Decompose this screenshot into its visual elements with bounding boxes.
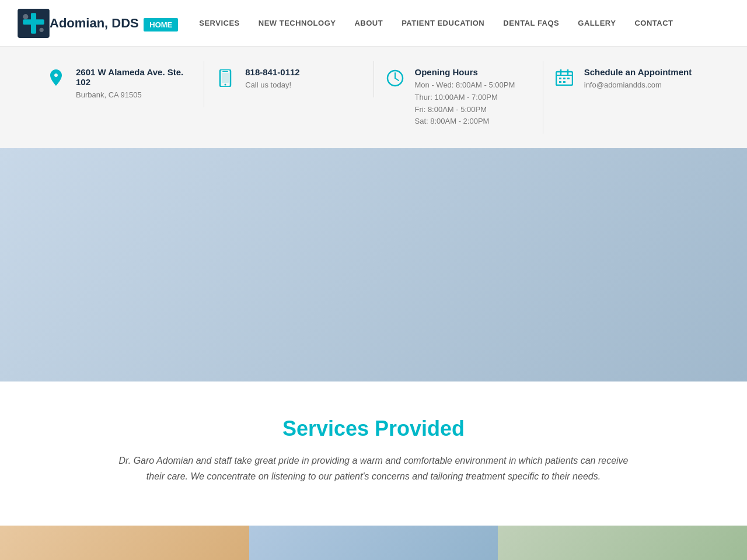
nav-item-new-technology[interactable]: NEW TECHNOLOGY xyxy=(249,2,345,44)
svg-rect-19 xyxy=(559,81,561,83)
svg-rect-16 xyxy=(559,78,561,79)
nav-link-dental-faqs[interactable]: DENTAL FAQS xyxy=(494,2,568,44)
service-card-1[interactable] xyxy=(0,526,249,560)
phone-icon xyxy=(216,69,235,91)
hours-mon-wed: Mon - Wed: 8:00AM - 5:00PM xyxy=(415,79,515,92)
hours-title: Opening Hours xyxy=(415,67,515,77)
nav-links: SERVICES NEW TECHNOLOGY ABOUT PATIENT ED… xyxy=(190,2,682,44)
hours-content: Opening Hours Mon - Wed: 8:00AM - 5:00PM… xyxy=(415,67,515,128)
navbar: Adomian, DDS HOME SERVICES NEW TECHNOLOG… xyxy=(0,0,747,47)
location-icon xyxy=(47,69,65,92)
phone-number: 818-841-0112 xyxy=(245,67,299,77)
address-line2: Burbank, CA 91505 xyxy=(76,89,192,102)
appointment-email: info@adomiandds.com xyxy=(584,79,692,92)
svg-rect-6 xyxy=(222,71,228,72)
appointment-content: Schedule an Appointment info@adomiandds.… xyxy=(584,67,692,92)
services-section: Services Provided Dr. Garo Adomian and s… xyxy=(0,382,747,525)
nav-link-about[interactable]: ABOUT xyxy=(345,2,392,44)
info-phone: 818-841-0112 Call us today! xyxy=(204,61,374,97)
svg-rect-8 xyxy=(222,73,229,83)
svg-rect-20 xyxy=(563,81,566,83)
nav-item-gallery[interactable]: GALLERY xyxy=(568,2,625,44)
svg-line-11 xyxy=(395,78,399,80)
info-bar: 2601 W Alameda Ave. Ste. 102 Burbank, CA… xyxy=(0,47,747,148)
phone-subtitle: Call us today! xyxy=(245,79,299,92)
nav-item-about[interactable]: ABOUT xyxy=(345,2,392,44)
svg-point-3 xyxy=(23,14,28,19)
services-description: Dr. Garo Adomian and staff take great pr… xyxy=(111,453,636,484)
phone-content: 818-841-0112 Call us today! xyxy=(245,67,299,92)
hours-sat: Sat: 8:00AM - 2:00PM xyxy=(415,116,515,128)
svg-rect-17 xyxy=(563,78,566,79)
calendar-icon xyxy=(555,69,574,90)
nav-link-new-technology[interactable]: NEW TECHNOLOGY xyxy=(249,2,345,44)
svg-rect-18 xyxy=(567,78,570,79)
svg-rect-2 xyxy=(23,19,44,24)
nav-item-dental-faqs[interactable]: DENTAL FAQS xyxy=(494,2,568,44)
hours-fri: Fri: 8:00AM - 5:00PM xyxy=(415,104,515,116)
service-card-2[interactable] xyxy=(249,526,498,560)
nav-item-patient-education[interactable]: PATIENT EDUCATION xyxy=(392,2,494,44)
address-line1: 2601 W Alameda Ave. Ste. 102 xyxy=(76,67,192,87)
clock-icon xyxy=(386,69,404,91)
nav-item-contact[interactable]: CONTACT xyxy=(625,2,682,44)
hero-area xyxy=(0,148,747,382)
service-card-3[interactable] xyxy=(498,526,747,560)
address-content: 2601 W Alameda Ave. Ste. 102 Burbank, CA… xyxy=(76,67,192,102)
nav-item-services[interactable]: SERVICES xyxy=(190,2,249,44)
info-hours: Opening Hours Mon - Wed: 8:00AM - 5:00PM… xyxy=(374,61,543,134)
svg-point-4 xyxy=(40,27,44,32)
logo-text: Adomian, DDS HOME xyxy=(50,16,178,31)
logo[interactable]: Adomian, DDS HOME xyxy=(18,9,178,38)
service-cards-row xyxy=(0,526,747,560)
nav-link-services[interactable]: SERVICES xyxy=(190,2,249,44)
appointment-title: Schedule an Appointment xyxy=(584,67,692,77)
nav-link-patient-education[interactable]: PATIENT EDUCATION xyxy=(392,2,494,44)
info-address: 2601 W Alameda Ave. Ste. 102 Burbank, CA… xyxy=(35,61,204,107)
info-appointment: Schedule an Appointment info@adomiandds.… xyxy=(543,61,712,97)
services-heading: Services Provided xyxy=(18,416,729,441)
hours-thur: Thur: 10:00AM - 7:00PM xyxy=(415,92,515,104)
nav-link-gallery[interactable]: GALLERY xyxy=(568,2,625,44)
svg-point-7 xyxy=(225,84,226,86)
home-badge: HOME xyxy=(144,18,178,32)
logo-icon xyxy=(18,9,50,38)
nav-link-contact[interactable]: CONTACT xyxy=(625,2,682,44)
